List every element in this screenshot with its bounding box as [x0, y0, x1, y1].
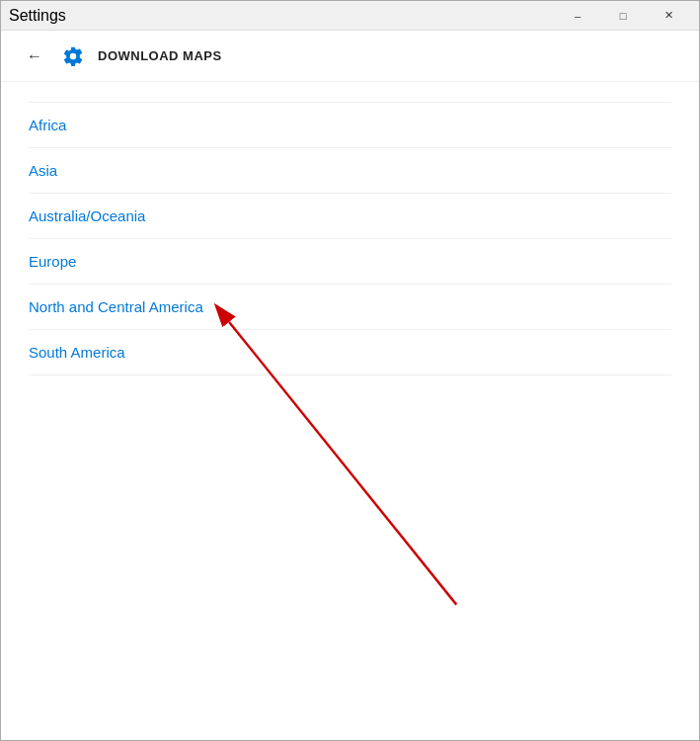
region-link-australia-oceania[interactable]: Australia/Oceania — [29, 207, 671, 224]
gear-icon — [62, 45, 84, 67]
region-item-north-central-america[interactable]: North and Central America — [29, 285, 671, 330]
region-item-australia-oceania[interactable]: Australia/Oceania — [29, 194, 671, 239]
title-bar-controls: – □ ✕ — [555, 1, 691, 31]
region-item-south-america[interactable]: South America — [29, 330, 671, 375]
minimize-button[interactable]: – — [555, 1, 600, 31]
title-bar-title: Settings — [9, 7, 66, 25]
region-list: AfricaAsiaAustralia/OceaniaEuropeNorth a… — [29, 102, 671, 375]
title-bar: Settings – □ ✕ — [1, 1, 699, 31]
close-button[interactable]: ✕ — [646, 1, 691, 31]
title-bar-left: Settings — [9, 7, 66, 25]
region-link-north-central-america[interactable]: North and Central America — [29, 298, 671, 315]
region-item-europe[interactable]: Europe — [29, 239, 671, 285]
app-title: DOWNLOAD MAPS — [98, 48, 222, 63]
region-link-europe[interactable]: Europe — [29, 253, 671, 270]
region-item-asia[interactable]: Asia — [29, 148, 671, 194]
region-link-africa[interactable]: Africa — [29, 117, 671, 133]
content-area: AfricaAsiaAustralia/OceaniaEuropeNorth a… — [1, 82, 699, 740]
maximize-button[interactable]: □ — [600, 1, 646, 31]
back-arrow-icon: ← — [27, 47, 42, 65]
region-item-africa[interactable]: Africa — [29, 102, 671, 148]
back-button[interactable]: ← — [21, 42, 48, 70]
settings-window: Settings – □ ✕ ← DOWNLOAD MAPS AfricaAsi… — [0, 0, 700, 741]
app-header: ← DOWNLOAD MAPS — [1, 31, 699, 82]
region-link-south-america[interactable]: South America — [29, 344, 671, 361]
region-link-asia[interactable]: Asia — [29, 162, 671, 179]
